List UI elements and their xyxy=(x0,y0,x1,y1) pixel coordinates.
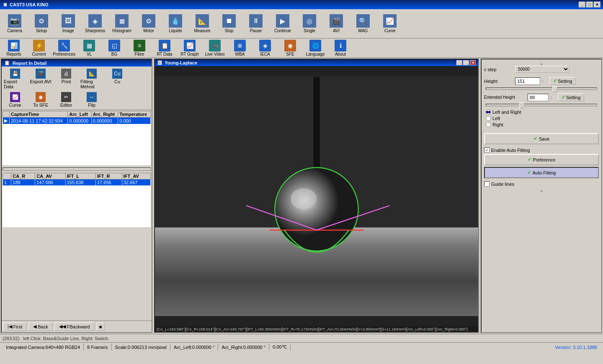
liquids-button[interactable]: 💧 Liquids xyxy=(162,13,188,34)
flip-button[interactable]: ↔ Flip xyxy=(79,91,104,109)
height-label: Height xyxy=(484,79,513,84)
sfe-button[interactable]: ◉ SFE xyxy=(278,38,302,58)
maximize-btn[interactable]: □ xyxy=(586,2,593,8)
measure-button[interactable]: 📐 Measure xyxy=(189,13,215,34)
preferences-button[interactable]: 🔧 Preferences xyxy=(52,38,76,58)
radio-left-right[interactable]: Left and Right xyxy=(486,110,599,115)
setup-button[interactable]: ⚙ Setup xyxy=(28,13,54,34)
rtdata-button[interactable]: 📋 RT Data xyxy=(152,38,177,58)
wba-button[interactable]: ⊕ WBA xyxy=(228,38,252,58)
left-panel: 📋 Report In Detail 💾 Export Data 🎬 Expor… xyxy=(1,59,152,333)
image-button[interactable]: 🖼 Image xyxy=(55,13,81,34)
fbackward-button[interactable]: ◀◀ FBackward xyxy=(54,322,95,331)
livevideo-button[interactable]: 📹 Live Video xyxy=(203,38,227,58)
print-button[interactable]: 🖨 Print xyxy=(54,67,79,90)
guide-lines-checkbox[interactable] xyxy=(484,181,490,187)
main-window-title: 🖼 Young-Laplace _ □ ✕ xyxy=(155,59,478,66)
coords-text: (283,52) xyxy=(3,336,20,341)
curve-button[interactable]: 📈 Curve xyxy=(377,13,403,34)
col-capturetime: CaptureTime xyxy=(10,111,68,118)
height-input[interactable] xyxy=(515,77,540,85)
current-button[interactable]: ⚡ Current xyxy=(27,38,51,58)
window-title-text: Young-Laplace xyxy=(165,60,197,65)
guide-lines-row: Guide lines xyxy=(484,181,599,187)
stop-button[interactable]: ⏹ Stop xyxy=(216,13,242,34)
motor-button[interactable]: ⚙ Motor xyxy=(136,13,162,34)
col-ift-r: IFT_R xyxy=(95,173,122,179)
height-setting-button[interactable]: ✓ Setting xyxy=(549,77,576,85)
back-button[interactable]: ◀ Back xyxy=(28,322,52,331)
window-maximize-btn[interactable]: □ xyxy=(463,60,469,65)
col-arc-left: Arc_Left xyxy=(68,111,91,118)
bg-button[interactable]: ◱ BG xyxy=(102,38,126,58)
fibre-button[interactable]: ≡ Fibre xyxy=(127,38,152,58)
fitting-method-button[interactable]: 📐 Fitting Mehod xyxy=(79,67,104,90)
to-sfe-button[interactable]: ◉ To SFE xyxy=(28,91,53,109)
info-text: left Click: Base&Guide Line, Right: Swit… xyxy=(23,336,108,341)
app-icon: 🖥 xyxy=(3,2,7,7)
enable-auto-fitting-row: Enable Auto Fitting xyxy=(484,147,599,153)
main-image-window: 🖼 Young-Laplace _ □ ✕ xyxy=(154,59,479,333)
navigation-bar: |◀ First ◀ Back ◀◀ FBackward ■ xyxy=(2,320,152,332)
rtgraph-button[interactable]: 📈 RT Graph xyxy=(178,38,202,58)
table-row[interactable]: 1189147.086155.63817.65632.667 xyxy=(3,179,151,186)
svg-point-4 xyxy=(276,168,358,251)
export-avi-button[interactable]: 🎬 Export AVI xyxy=(28,67,53,90)
mag-button[interactable]: 🔍 MAG xyxy=(350,13,376,34)
close-btn[interactable]: ✕ xyxy=(594,2,600,8)
preference-button[interactable]: ✓ Preference xyxy=(484,154,599,165)
language-button[interactable]: 🌐 Language xyxy=(303,38,327,58)
ext-height-section: Extended Height ↕ ✓ Setting xyxy=(484,93,599,107)
cu-button[interactable]: Cu Cu xyxy=(105,67,130,90)
ieca-button[interactable]: ◈ IECA xyxy=(253,38,277,58)
svg-rect-2 xyxy=(313,77,320,170)
ext-height-label: Extended Height xyxy=(484,95,526,100)
c-step-label: c step xyxy=(484,67,513,72)
reports-button[interactable]: 📊 Reports xyxy=(2,38,26,58)
scale-status: Scale:0.006213 mm/pixel xyxy=(112,343,171,351)
arc-right-status: Arc_Right:0.000000 ° xyxy=(218,343,269,351)
right-panel: ▲ c step 50000 10000 20000 100000 Height… xyxy=(481,59,602,333)
avi-button[interactable]: 🎬 AVI xyxy=(323,13,349,34)
col-ca-av: CA_AV xyxy=(35,173,65,179)
window-close-btn[interactable]: ✕ xyxy=(470,60,476,65)
window-minimize-btn[interactable]: _ xyxy=(456,60,462,65)
status-bar-2: Integrated Camera:640×480 RGB24 8 Frame/… xyxy=(0,342,603,351)
vl-button[interactable]: ▦ VL xyxy=(77,38,101,58)
stop-nav-button[interactable]: ■ xyxy=(96,323,105,331)
save-button[interactable]: ✓ Save xyxy=(484,133,599,144)
radio-right[interactable]: Right xyxy=(486,122,599,127)
panel-title-text: Report In Detail xyxy=(13,61,46,66)
image-display[interactable] xyxy=(155,66,478,326)
measurements-bar: [CA_L=163.580°][CA_R=158.014°][CA_AV=160… xyxy=(155,326,478,332)
table-row[interactable]: ▶2014-08-11 17:42:32:9340.0000000.000000… xyxy=(3,118,151,124)
export-data-button[interactable]: 💾 Export Data xyxy=(3,67,28,90)
continue-button[interactable]: ▶ Continue xyxy=(270,13,296,34)
first-button[interactable]: |◀ First xyxy=(3,322,27,331)
ext-height-setting-button[interactable]: ✓ Setting xyxy=(558,93,584,101)
ext-height-input[interactable] xyxy=(528,94,549,101)
svg-point-5 xyxy=(291,188,317,209)
fps-status: 8 Frame/s xyxy=(84,343,112,351)
single-button[interactable]: ◎ Single xyxy=(296,13,322,34)
about-button[interactable]: ℹ About xyxy=(328,38,353,58)
measurements-text: [CA_L=163.580°][CA_R=158.014°][CA_AV=160… xyxy=(157,327,468,331)
minimize-btn[interactable]: _ xyxy=(579,2,585,8)
histogram-button[interactable]: ▦ Histogram xyxy=(109,13,135,34)
camera-button[interactable]: 📷 Camera xyxy=(2,13,28,34)
app-title: CAST3 USA KINO xyxy=(10,2,49,7)
height-slider-thumb[interactable] xyxy=(552,86,557,92)
col-ift-av: IFT_AV xyxy=(122,173,150,179)
auto-fitting-button[interactable]: ✓ Auto Fitting xyxy=(484,167,599,178)
version-status: Version: 3.10.1.1888 xyxy=(551,343,600,351)
editor-button[interactable]: ✏ Editor xyxy=(54,91,79,109)
arc-left-status: Arc_Left:0.000000 ° xyxy=(170,343,218,351)
sharpness-button[interactable]: ◈ Sharpness xyxy=(82,13,108,34)
col-arc-right: Arc_Right xyxy=(91,111,118,118)
radio-left[interactable]: Left xyxy=(486,116,599,121)
ext-height-slider-thumb[interactable] xyxy=(519,103,524,108)
enable-auto-fitting-checkbox[interactable] xyxy=(484,147,490,153)
c-step-dropdown[interactable]: 50000 10000 20000 100000 xyxy=(515,66,570,73)
pause-button[interactable]: ⏸ Pause xyxy=(243,13,269,34)
curve-panel-button[interactable]: 📈 Curve xyxy=(3,91,28,109)
